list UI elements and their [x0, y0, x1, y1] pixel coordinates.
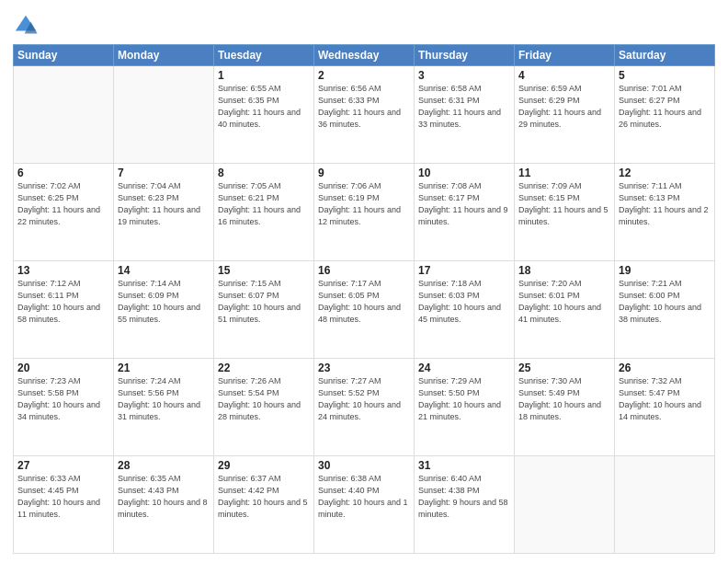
day-number: 23 — [318, 362, 410, 374]
day-number: 5 — [619, 69, 711, 82]
day-info: Sunrise: 7:24 AM Sunset: 5:56 PM Dayligh… — [118, 375, 210, 423]
day-info: Sunrise: 7:12 AM Sunset: 6:11 PM Dayligh… — [17, 278, 109, 326]
page: SundayMondayTuesdayWednesdayThursdayFrid… — [0, 0, 728, 563]
calendar-cell: 31Sunrise: 6:40 AM Sunset: 4:38 PM Dayli… — [415, 456, 515, 554]
day-number: 22 — [218, 362, 310, 374]
day-info: Sunrise: 7:06 AM Sunset: 6:19 PM Dayligh… — [318, 180, 410, 228]
day-info: Sunrise: 7:08 AM Sunset: 6:17 PM Dayligh… — [418, 180, 510, 228]
day-number: 15 — [218, 264, 310, 277]
day-number: 4 — [518, 69, 610, 82]
day-info: Sunrise: 7:32 AM Sunset: 5:47 PM Dayligh… — [619, 375, 711, 423]
calendar-week-1: 1Sunrise: 6:55 AM Sunset: 6:35 PM Daylig… — [14, 66, 715, 164]
calendar-cell — [515, 456, 615, 554]
day-info: Sunrise: 6:59 AM Sunset: 6:29 PM Dayligh… — [518, 83, 610, 131]
day-number: 21 — [118, 362, 210, 374]
day-number: 24 — [418, 362, 510, 374]
calendar-cell: 12Sunrise: 7:11 AM Sunset: 6:13 PM Dayli… — [615, 164, 715, 261]
day-info: Sunrise: 6:33 AM Sunset: 4:45 PM Dayligh… — [17, 473, 109, 521]
day-header-monday: Monday — [114, 45, 214, 66]
day-number: 6 — [17, 167, 109, 179]
day-number: 25 — [518, 362, 610, 374]
day-header-friday: Friday — [515, 45, 615, 66]
calendar-cell: 5Sunrise: 7:01 AM Sunset: 6:27 PM Daylig… — [615, 66, 715, 164]
day-info: Sunrise: 6:37 AM Sunset: 4:42 PM Dayligh… — [218, 473, 310, 521]
calendar-week-2: 6Sunrise: 7:02 AM Sunset: 6:25 PM Daylig… — [14, 164, 715, 261]
calendar-cell: 25Sunrise: 7:30 AM Sunset: 5:49 PM Dayli… — [515, 359, 615, 456]
calendar-cell — [114, 66, 214, 164]
calendar-cell: 22Sunrise: 7:26 AM Sunset: 5:54 PM Dayli… — [214, 359, 314, 456]
day-info: Sunrise: 7:17 AM Sunset: 6:05 PM Dayligh… — [318, 278, 410, 326]
day-number: 1 — [218, 69, 310, 82]
calendar-table: SundayMondayTuesdayWednesdayThursdayFrid… — [13, 44, 715, 554]
day-number: 20 — [17, 362, 109, 374]
calendar-cell: 28Sunrise: 6:35 AM Sunset: 4:43 PM Dayli… — [114, 456, 214, 554]
day-info: Sunrise: 7:18 AM Sunset: 6:03 PM Dayligh… — [418, 278, 510, 326]
day-info: Sunrise: 7:29 AM Sunset: 5:50 PM Dayligh… — [418, 375, 510, 423]
day-header-tuesday: Tuesday — [214, 45, 314, 66]
day-info: Sunrise: 7:26 AM Sunset: 5:54 PM Dayligh… — [218, 375, 310, 423]
day-info: Sunrise: 7:11 AM Sunset: 6:13 PM Dayligh… — [619, 180, 711, 228]
logo — [13, 13, 40, 39]
calendar-cell: 1Sunrise: 6:55 AM Sunset: 6:35 PM Daylig… — [214, 66, 314, 164]
calendar-week-3: 13Sunrise: 7:12 AM Sunset: 6:11 PM Dayli… — [14, 261, 715, 359]
day-number: 29 — [218, 459, 310, 472]
day-number: 8 — [218, 167, 310, 179]
day-info: Sunrise: 7:15 AM Sunset: 6:07 PM Dayligh… — [218, 278, 310, 326]
day-number: 13 — [17, 264, 109, 277]
day-info: Sunrise: 7:30 AM Sunset: 5:49 PM Dayligh… — [518, 375, 610, 423]
day-header-saturday: Saturday — [615, 45, 715, 66]
day-info: Sunrise: 7:09 AM Sunset: 6:15 PM Dayligh… — [518, 180, 610, 228]
day-info: Sunrise: 7:23 AM Sunset: 5:58 PM Dayligh… — [17, 375, 109, 423]
day-number: 3 — [418, 69, 510, 82]
day-header-wednesday: Wednesday — [314, 45, 415, 66]
day-number: 2 — [318, 69, 410, 82]
day-info: Sunrise: 7:02 AM Sunset: 6:25 PM Dayligh… — [17, 180, 109, 228]
day-number: 12 — [619, 167, 711, 179]
day-number: 14 — [118, 264, 210, 277]
calendar-week-5: 27Sunrise: 6:33 AM Sunset: 4:45 PM Dayli… — [14, 456, 715, 554]
calendar-cell: 6Sunrise: 7:02 AM Sunset: 6:25 PM Daylig… — [14, 164, 114, 261]
calendar-cell — [615, 456, 715, 554]
day-info: Sunrise: 7:14 AM Sunset: 6:09 PM Dayligh… — [118, 278, 210, 326]
calendar-cell: 23Sunrise: 7:27 AM Sunset: 5:52 PM Dayli… — [314, 359, 415, 456]
calendar-header-row: SundayMondayTuesdayWednesdayThursdayFrid… — [14, 45, 715, 66]
day-info: Sunrise: 7:27 AM Sunset: 5:52 PM Dayligh… — [318, 375, 410, 423]
day-info: Sunrise: 6:56 AM Sunset: 6:33 PM Dayligh… — [318, 83, 410, 131]
day-info: Sunrise: 6:38 AM Sunset: 4:40 PM Dayligh… — [318, 473, 410, 521]
day-number: 19 — [619, 264, 711, 277]
calendar-cell: 3Sunrise: 6:58 AM Sunset: 6:31 PM Daylig… — [415, 66, 515, 164]
calendar-cell: 4Sunrise: 6:59 AM Sunset: 6:29 PM Daylig… — [515, 66, 615, 164]
day-number: 11 — [518, 167, 610, 179]
calendar-cell: 13Sunrise: 7:12 AM Sunset: 6:11 PM Dayli… — [14, 261, 114, 359]
day-number: 10 — [418, 167, 510, 179]
calendar-cell: 21Sunrise: 7:24 AM Sunset: 5:56 PM Dayli… — [114, 359, 214, 456]
day-info: Sunrise: 7:20 AM Sunset: 6:01 PM Dayligh… — [518, 278, 610, 326]
day-header-sunday: Sunday — [14, 45, 114, 66]
header — [13, 9, 715, 39]
day-number: 17 — [418, 264, 510, 277]
calendar-cell: 29Sunrise: 6:37 AM Sunset: 4:42 PM Dayli… — [214, 456, 314, 554]
calendar-cell: 24Sunrise: 7:29 AM Sunset: 5:50 PM Dayli… — [415, 359, 515, 456]
day-info: Sunrise: 7:04 AM Sunset: 6:23 PM Dayligh… — [118, 180, 210, 228]
calendar-cell: 20Sunrise: 7:23 AM Sunset: 5:58 PM Dayli… — [14, 359, 114, 456]
day-number: 27 — [17, 459, 109, 472]
calendar-cell: 27Sunrise: 6:33 AM Sunset: 4:45 PM Dayli… — [14, 456, 114, 554]
day-info: Sunrise: 6:40 AM Sunset: 4:38 PM Dayligh… — [418, 473, 510, 521]
day-info: Sunrise: 6:55 AM Sunset: 6:35 PM Dayligh… — [218, 83, 310, 131]
calendar-cell: 10Sunrise: 7:08 AM Sunset: 6:17 PM Dayli… — [415, 164, 515, 261]
day-number: 18 — [518, 264, 610, 277]
calendar-cell: 8Sunrise: 7:05 AM Sunset: 6:21 PM Daylig… — [214, 164, 314, 261]
logo-icon — [13, 13, 39, 39]
calendar-cell: 18Sunrise: 7:20 AM Sunset: 6:01 PM Dayli… — [515, 261, 615, 359]
day-number: 7 — [118, 167, 210, 179]
day-info: Sunrise: 7:01 AM Sunset: 6:27 PM Dayligh… — [619, 83, 711, 131]
day-info: Sunrise: 6:58 AM Sunset: 6:31 PM Dayligh… — [418, 83, 510, 131]
day-number: 30 — [318, 459, 410, 472]
day-number: 16 — [318, 264, 410, 277]
day-info: Sunrise: 6:35 AM Sunset: 4:43 PM Dayligh… — [118, 473, 210, 521]
day-number: 26 — [619, 362, 711, 374]
calendar-week-4: 20Sunrise: 7:23 AM Sunset: 5:58 PM Dayli… — [14, 359, 715, 456]
calendar-cell — [14, 66, 114, 164]
day-header-thursday: Thursday — [415, 45, 515, 66]
calendar-cell: 14Sunrise: 7:14 AM Sunset: 6:09 PM Dayli… — [114, 261, 214, 359]
